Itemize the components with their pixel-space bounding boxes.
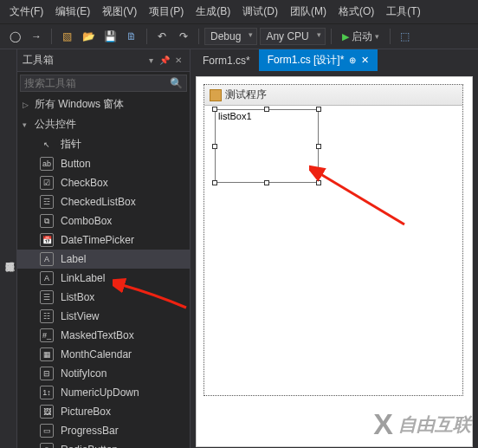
control-icon: ab — [40, 157, 54, 171]
search-icon: 🔍 — [170, 77, 183, 89]
watermark-text: 自由互联 — [398, 412, 471, 437]
menu-file[interactable]: 文件(F) — [3, 2, 49, 22]
group-label: 公共控件 — [35, 117, 76, 132]
menu-build[interactable]: 生成(B) — [190, 2, 236, 22]
toolbox-item-notifyicon[interactable]: ⊟NotifyIcon — [17, 364, 190, 383]
toolbox-item-label[interactable]: ALabel — [17, 250, 190, 269]
toolbox-panel: 工具箱 ▾ 📌 ✕ 🔍 ▷ 所有 Windows 窗体 ▾ 公共控件 ↖指针ab… — [17, 49, 191, 448]
form-window[interactable]: 测试程序 listBox1 — [203, 84, 463, 396]
tab-form-design[interactable]: Form1.cs [设计]* ⊕ ✕ — [259, 49, 378, 71]
control-icon: ▦ — [40, 347, 54, 361]
toolbox-item-progressbar[interactable]: ▭ProgressBar — [17, 421, 190, 440]
group-common-controls[interactable]: ▾ 公共控件 — [17, 114, 190, 134]
menu-project[interactable]: 项目(P) — [143, 2, 190, 22]
play-icon: ▶ — [342, 31, 349, 42]
toolbox-item-monthcalendar[interactable]: ▦MonthCalendar — [17, 345, 190, 364]
search-input[interactable] — [24, 77, 170, 89]
control-icon: 1↕ — [40, 386, 54, 399]
control-icon: 🖼 — [40, 405, 54, 419]
nav-back-button[interactable]: ◯ — [5, 27, 24, 46]
toolbox-tree: ▷ 所有 Windows 窗体 ▾ 公共控件 ↖指针abButton☑Check… — [17, 94, 190, 448]
document-tabs: Form1.cs* Form1.cs [设计]* ⊕ ✕ — [191, 49, 478, 71]
group-all-windows-forms[interactable]: ▷ 所有 Windows 窗体 — [17, 94, 190, 114]
item-label: NumericUpDown — [61, 386, 139, 399]
control-icon: ☷ — [40, 309, 54, 323]
control-icon: A — [40, 252, 54, 266]
tab-label: Form1.cs* — [203, 55, 250, 67]
undo-button[interactable]: ↶ — [152, 27, 171, 46]
toolbox-item-picturebox[interactable]: 🖼PictureBox — [17, 402, 190, 421]
menu-format[interactable]: 格式(O) — [333, 2, 380, 22]
control-icon: 📅 — [40, 233, 54, 247]
redo-button[interactable]: ↷ — [174, 27, 193, 46]
toolbox-item-button[interactable]: abButton — [17, 154, 190, 173]
item-label: MonthCalendar — [61, 348, 132, 360]
extra-button[interactable]: ⬚ — [396, 27, 415, 46]
save-button[interactable]: 💾 — [100, 27, 120, 46]
group-label: 所有 Windows 窗体 — [35, 97, 124, 112]
toolbox-title: 工具箱 — [23, 53, 54, 68]
item-label: ListView — [61, 310, 99, 322]
toolbox-item-checkedlistbox[interactable]: ☲CheckedListBox — [17, 192, 190, 211]
toolbox-search[interactable]: 🔍 — [20, 75, 187, 92]
control-icon: ▭ — [40, 424, 54, 438]
listbox-text: listBox1 — [218, 111, 252, 121]
toolbox-close-icon[interactable]: ✕ — [172, 55, 184, 65]
toolbox-item-radiobutton[interactable]: ◉RadioButton — [17, 440, 190, 448]
item-label: ComboBox — [61, 215, 112, 227]
form-title-text: 测试程序 — [225, 88, 267, 102]
form-titlebar: 测试程序 — [204, 85, 462, 106]
item-label: CheckedListBox — [61, 196, 136, 208]
save-all-button[interactable]: 🗎 — [122, 27, 141, 46]
menu-tools[interactable]: 工具(T) — [380, 2, 426, 22]
platform-dropdown[interactable]: Any CPU — [260, 28, 325, 45]
item-label: CheckBox — [61, 177, 108, 189]
listbox-control[interactable]: listBox1 — [215, 109, 319, 183]
item-label: ListBox — [61, 291, 94, 303]
start-label: 启动 — [352, 29, 372, 44]
menu-view[interactable]: 视图(V) — [96, 2, 143, 22]
nav-forward-button[interactable]: → — [27, 27, 46, 46]
new-project-button[interactable]: ▧ — [57, 27, 76, 46]
toolbox-item-maskedtextbox[interactable]: #_MaskedTextBox — [17, 326, 190, 345]
toolbox-item-checkbox[interactable]: ☑CheckBox — [17, 173, 190, 192]
item-label: NotifyIcon — [61, 367, 107, 380]
toolbox-item-combobox[interactable]: ⧉ComboBox — [17, 211, 190, 230]
item-label: 指针 — [61, 137, 81, 152]
item-label: PictureBox — [61, 406, 111, 418]
item-label: Label — [61, 253, 86, 265]
design-canvas[interactable]: 测试程序 listBox1 — [196, 76, 473, 447]
designer-area: Form1.cs* Form1.cs [设计]* ⊕ ✕ 测试程序 listBo… — [191, 49, 478, 448]
toolbox-item-linklabel[interactable]: ALinkLabel — [17, 269, 190, 288]
server-explorer-tab[interactable]: 服务器资源管理器 — [0, 49, 17, 448]
open-file-button[interactable]: 📂 — [79, 27, 98, 46]
toolbox-item-datetimepicker[interactable]: 📅DateTimePicker — [17, 230, 190, 250]
form-icon — [210, 89, 222, 101]
control-icon: A — [40, 271, 54, 285]
menu-edit[interactable]: 编辑(E) — [49, 2, 96, 22]
toolbox-item-listview[interactable]: ☷ListView — [17, 307, 190, 326]
tab-form-code[interactable]: Form1.cs* — [194, 49, 259, 71]
chevron-down-icon: ▾ — [23, 120, 31, 129]
control-icon: #_ — [40, 328, 54, 342]
toolbar: ◯ → ▧ 📂 💾 🗎 ↶ ↷ Debug Any CPU ▶ 启动 ▾ ⬚ — [0, 24, 478, 49]
toolbox-item-指针[interactable]: ↖指针 — [17, 134, 190, 154]
close-icon[interactable]: ✕ — [361, 55, 369, 66]
toolbox-pin-icon[interactable]: 📌 — [158, 55, 171, 65]
pin-icon[interactable]: ⊕ — [349, 55, 356, 65]
control-icon: ☑ — [40, 176, 54, 190]
item-label: Button — [61, 158, 91, 170]
control-icon: ☰ — [40, 290, 54, 304]
watermark-logo: X — [373, 407, 393, 441]
menu-team[interactable]: 团队(M) — [284, 2, 333, 22]
item-label: LinkLabel — [61, 272, 105, 284]
control-icon: ☲ — [40, 195, 54, 209]
toolbox-item-listbox[interactable]: ☰ListBox — [17, 288, 190, 307]
config-dropdown[interactable]: Debug — [204, 28, 257, 45]
toolbox-dropdown-icon[interactable]: ▾ — [145, 55, 157, 65]
menu-debug[interactable]: 调试(D) — [236, 2, 284, 22]
toolbox-item-numericupdown[interactable]: 1↕NumericUpDown — [17, 383, 190, 402]
start-button[interactable]: ▶ 启动 ▾ — [337, 28, 384, 46]
item-label: ProgressBar — [61, 425, 119, 437]
control-icon: ⧉ — [40, 214, 54, 228]
